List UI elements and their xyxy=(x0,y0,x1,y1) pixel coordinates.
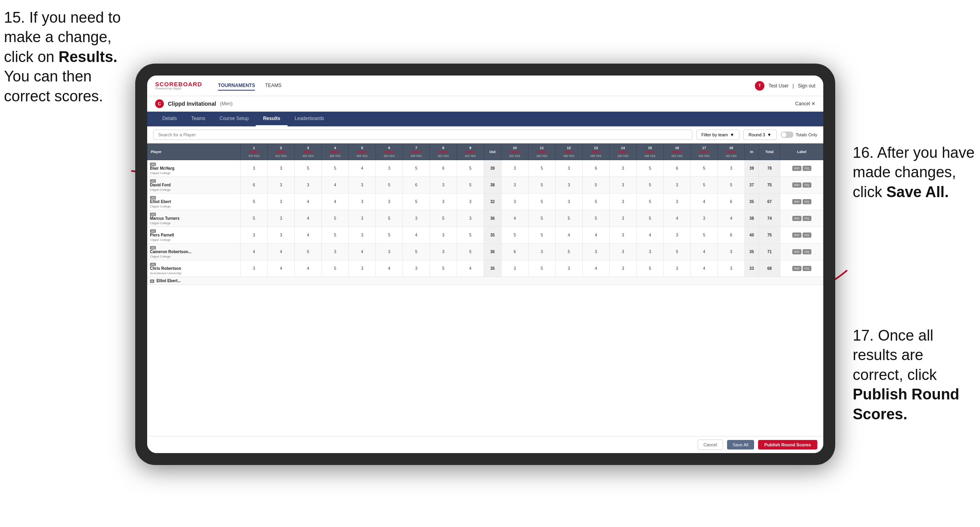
score-h15[interactable]: 3 xyxy=(636,244,663,260)
score-h13[interactable]: 4 xyxy=(582,260,609,277)
score-h11[interactable]: 5 xyxy=(528,177,555,194)
dq-button[interactable]: DQ xyxy=(803,266,811,271)
score-h7[interactable]: 5 xyxy=(402,160,430,177)
score-h15[interactable]: 5 xyxy=(636,210,663,227)
score-h14[interactable]: 3 xyxy=(609,244,636,260)
score-h8[interactable]: 5 xyxy=(430,210,457,227)
totals-only-toggle[interactable] xyxy=(781,132,793,138)
score-h7[interactable]: 5 xyxy=(402,244,430,260)
wd-button[interactable]: WD xyxy=(792,199,801,204)
score-h9[interactable]: 5 xyxy=(457,244,484,260)
score-h6[interactable]: 5 xyxy=(375,210,402,227)
score-h14[interactable]: 3 xyxy=(609,227,636,244)
wd-button[interactable]: WD xyxy=(792,166,801,171)
score-h4[interactable]: 5 xyxy=(321,260,348,277)
score-h5[interactable]: 3 xyxy=(348,260,375,277)
score-h17[interactable]: 5 xyxy=(690,227,718,244)
score-h10[interactable]: 3 xyxy=(501,177,528,194)
score-h2[interactable]: 4 xyxy=(267,244,294,260)
score-h15[interactable]: 5 xyxy=(636,177,663,194)
score-h7[interactable]: 5 xyxy=(402,194,430,210)
score-h2[interactable]: 3 xyxy=(267,194,294,210)
score-h8[interactable]: 5 xyxy=(430,260,457,277)
score-h18[interactable]: 4 xyxy=(718,210,745,227)
score-h14[interactable]: 3 xyxy=(609,194,636,210)
score-h7[interactable]: 3 xyxy=(402,210,430,227)
score-h16[interactable]: 4 xyxy=(663,210,690,227)
score-h11[interactable]: 5 xyxy=(528,160,555,177)
score-h4[interactable]: 5 xyxy=(321,227,348,244)
tab-results[interactable]: Results xyxy=(256,112,287,126)
score-h5[interactable]: 4 xyxy=(348,160,375,177)
score-h3[interactable]: 4 xyxy=(294,194,321,210)
score-h10[interactable]: 3 xyxy=(501,260,528,277)
score-h6[interactable]: 3 xyxy=(375,160,402,177)
score-h18[interactable]: 5 xyxy=(718,177,745,194)
score-h3[interactable]: 4 xyxy=(294,227,321,244)
score-h14[interactable]: 3 xyxy=(609,210,636,227)
score-h17[interactable]: 5 xyxy=(690,177,718,194)
score-h11[interactable]: 5 xyxy=(528,194,555,210)
score-h11[interactable]: 5 xyxy=(528,227,555,244)
score-h4[interactable]: 4 xyxy=(321,194,348,210)
score-h13[interactable]: 4 xyxy=(582,227,609,244)
dq-button[interactable]: DQ xyxy=(803,182,811,188)
score-h12[interactable]: 5 xyxy=(555,244,582,260)
score-h11[interactable]: 3 xyxy=(528,244,555,260)
wd-button[interactable]: WD xyxy=(792,216,801,221)
score-h1[interactable]: 3 xyxy=(240,227,267,244)
score-h4[interactable]: 5 xyxy=(321,210,348,227)
score-h1[interactable]: 6 xyxy=(240,177,267,194)
score-h12[interactable]: 4 xyxy=(555,227,582,244)
score-h12[interactable]: 3 xyxy=(555,260,582,277)
tab-details[interactable]: Details xyxy=(155,112,184,126)
score-h2[interactable]: 3 xyxy=(267,177,294,194)
score-h16[interactable]: 5 xyxy=(663,244,690,260)
wd-button[interactable]: WD xyxy=(792,249,801,254)
score-h9[interactable]: 5 xyxy=(457,177,484,194)
score-h16[interactable]: 3 xyxy=(663,227,690,244)
score-h13[interactable]: 5 xyxy=(582,194,609,210)
publish-round-scores-button[interactable]: Publish Round Scores xyxy=(758,440,817,450)
dq-button[interactable]: DQ xyxy=(803,249,811,254)
score-h2[interactable]: 3 xyxy=(267,210,294,227)
score-h9[interactable]: 4 xyxy=(457,260,484,277)
score-h6[interactable]: 5 xyxy=(375,227,402,244)
score-h18[interactable]: 6 xyxy=(718,194,745,210)
score-h8[interactable]: 3 xyxy=(430,227,457,244)
dq-button[interactable]: DQ xyxy=(803,166,811,171)
score-h1[interactable]: 3 xyxy=(240,160,267,177)
score-h1[interactable]: 5 xyxy=(240,194,267,210)
score-h4[interactable]: 3 xyxy=(321,244,348,260)
score-h5[interactable]: 3 xyxy=(348,177,375,194)
nav-tournaments[interactable]: TOURNAMENTS xyxy=(218,81,255,91)
score-h15[interactable]: 5 xyxy=(636,260,663,277)
tab-teams[interactable]: Teams xyxy=(184,112,212,126)
score-h12[interactable]: 3 xyxy=(555,177,582,194)
score-h16[interactable]: 3 xyxy=(663,260,690,277)
score-h1[interactable]: 5 xyxy=(240,210,267,227)
dq-button[interactable]: DQ xyxy=(803,199,811,204)
score-h11[interactable]: 5 xyxy=(528,260,555,277)
filter-team-dropdown[interactable]: Filter by team ▼ xyxy=(696,130,740,140)
score-h10[interactable]: 4 xyxy=(501,210,528,227)
dq-button[interactable]: DQ xyxy=(803,232,811,238)
score-h15[interactable]: 5 xyxy=(636,194,663,210)
sign-out-link[interactable]: Sign out xyxy=(798,83,815,89)
wd-button[interactable]: WD xyxy=(792,182,801,188)
wd-button[interactable]: WD xyxy=(792,232,801,238)
score-h9[interactable]: 3 xyxy=(457,210,484,227)
score-h16[interactable]: 6 xyxy=(663,160,690,177)
score-h8[interactable]: 3 xyxy=(430,194,457,210)
score-h3[interactable]: 5 xyxy=(294,160,321,177)
score-h3[interactable]: 5 xyxy=(294,244,321,260)
wd-button[interactable]: WD xyxy=(792,266,801,271)
score-h8[interactable]: 6 xyxy=(430,160,457,177)
score-h13[interactable]: 3 xyxy=(582,244,609,260)
score-h18[interactable]: 6 xyxy=(718,227,745,244)
nav-teams[interactable]: TEAMS xyxy=(265,81,281,91)
score-h17[interactable]: 5 xyxy=(690,160,718,177)
score-h7[interactable]: 4 xyxy=(402,227,430,244)
score-h1[interactable]: 3 xyxy=(240,260,267,277)
score-h2[interactable]: 3 xyxy=(267,160,294,177)
